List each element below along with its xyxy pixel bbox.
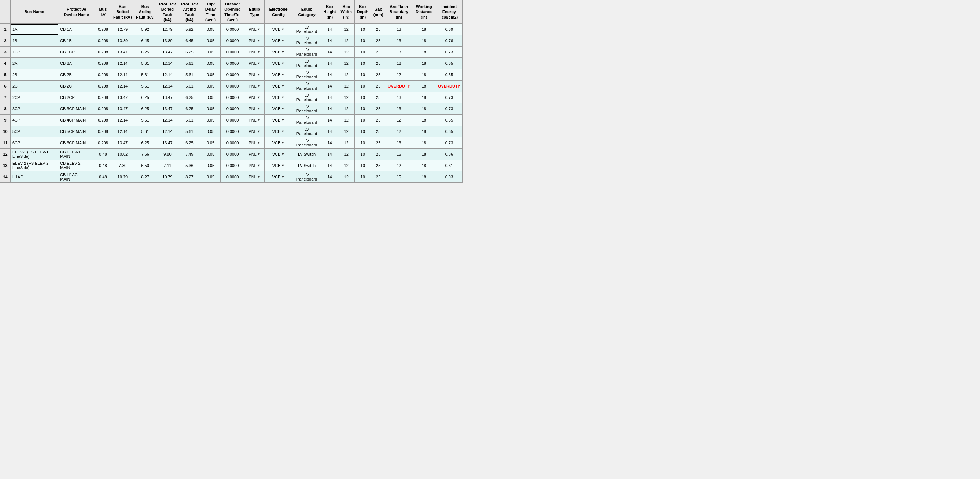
bus-arcing-cell[interactable]: 5.61 — [134, 69, 156, 81]
working-distance-cell[interactable]: 18 — [412, 69, 436, 81]
bus-kv-cell[interactable]: 0.208 — [95, 58, 111, 69]
bus-bolted-cell[interactable]: 10.79 — [111, 171, 134, 183]
box-depth-cell[interactable]: 10 — [355, 115, 371, 126]
gap-cell[interactable]: 25 — [371, 126, 385, 137]
equip-category-cell[interactable]: LVPanelboard — [292, 69, 321, 81]
electrode-config-dropdown-arrow[interactable]: ▼ — [281, 27, 285, 31]
electrode-config-dropdown-arrow[interactable]: ▼ — [281, 95, 285, 99]
equip-type-dropdown-arrow[interactable]: ▼ — [257, 62, 261, 65]
bus-arcing-cell[interactable]: 6.45 — [134, 35, 156, 46]
breaker-opening-cell[interactable]: 0.0000 — [221, 24, 245, 35]
table-row[interactable]: 11ACB 1A0.20812.795.9212.795.920.050.000… — [0, 24, 463, 35]
bus-kv-cell[interactable]: 0.208 — [95, 35, 111, 46]
box-depth-cell[interactable]: 10 — [355, 137, 371, 149]
electrode-config-dropdown-arrow[interactable]: ▼ — [281, 118, 285, 122]
box-depth-cell[interactable]: 10 — [355, 103, 371, 115]
prot-arcing-cell[interactable]: 6.25 — [178, 92, 200, 103]
prot-dev-cell[interactable]: CB 1B — [58, 35, 95, 46]
breaker-opening-cell[interactable]: 0.0000 — [221, 137, 245, 149]
working-distance-cell[interactable]: 18 — [412, 58, 436, 69]
arc-flash-boundary-cell[interactable]: 12 — [385, 160, 412, 171]
prot-bolted-cell[interactable]: 12.14 — [156, 126, 178, 137]
equip-type-cell[interactable]: PNL▼ — [245, 46, 265, 58]
box-width-cell[interactable]: 12 — [338, 103, 355, 115]
bus-bolted-cell[interactable]: 12.14 — [111, 81, 134, 92]
box-depth-cell[interactable]: 10 — [355, 58, 371, 69]
equip-category-cell[interactable]: LV Switch — [292, 160, 321, 171]
equip-type-dropdown-arrow[interactable]: ▼ — [257, 130, 261, 133]
prot-bolted-cell[interactable]: 13.47 — [156, 92, 178, 103]
box-height-cell[interactable]: 14 — [321, 46, 338, 58]
bus-kv-cell[interactable]: 0.208 — [95, 115, 111, 126]
equip-type-dropdown-arrow[interactable]: ▼ — [257, 152, 261, 156]
table-row[interactable]: 14H1ACCB H1ACMAIN0.4810.798.2710.798.270… — [0, 171, 463, 183]
bus-bolted-cell[interactable]: 13.47 — [111, 103, 134, 115]
prot-dev-cell[interactable]: CB ELEV-1MAIN — [58, 149, 95, 160]
bus-arcing-cell[interactable]: 5.61 — [134, 126, 156, 137]
gap-cell[interactable]: 25 — [371, 160, 385, 171]
electrode-config-cell[interactable]: VCB▼ — [265, 115, 292, 126]
breaker-opening-cell[interactable]: 0.0000 — [221, 92, 245, 103]
equip-type-dropdown-arrow[interactable]: ▼ — [257, 107, 261, 111]
breaker-opening-cell[interactable]: 0.0000 — [221, 126, 245, 137]
trip-delay-cell[interactable]: 0.05 — [200, 92, 221, 103]
electrode-config-dropdown-arrow[interactable]: ▼ — [281, 39, 285, 43]
breaker-opening-cell[interactable]: 0.0000 — [221, 103, 245, 115]
prot-arcing-cell[interactable]: 6.25 — [178, 137, 200, 149]
equip-type-cell[interactable]: PNL▼ — [245, 171, 265, 183]
table-row[interactable]: 31CPCB 1CP0.20813.476.2513.476.250.050.0… — [0, 46, 463, 58]
trip-delay-cell[interactable]: 0.05 — [200, 115, 221, 126]
bus-kv-cell[interactable]: 0.48 — [95, 171, 111, 183]
electrode-config-cell[interactable]: VCB▼ — [265, 137, 292, 149]
incident-energy-cell[interactable]: 0.65 — [436, 58, 462, 69]
bus-kv-cell[interactable]: 0.208 — [95, 103, 111, 115]
box-depth-cell[interactable]: 10 — [355, 149, 371, 160]
bus-name-cell[interactable]: ELEV-2 (FS ELEV-2LineSide) — [11, 160, 58, 171]
prot-bolted-cell[interactable]: 12.14 — [156, 58, 178, 69]
prot-arcing-cell[interactable]: 6.25 — [178, 103, 200, 115]
equip-type-dropdown-arrow[interactable]: ▼ — [257, 175, 261, 179]
prot-arcing-cell[interactable]: 5.61 — [178, 126, 200, 137]
equip-category-cell[interactable]: LVPanelboard — [292, 81, 321, 92]
bus-bolted-cell[interactable]: 12.14 — [111, 58, 134, 69]
box-depth-cell[interactable]: 10 — [355, 46, 371, 58]
trip-delay-cell[interactable]: 0.05 — [200, 103, 221, 115]
trip-delay-cell[interactable]: 0.05 — [200, 160, 221, 171]
table-row[interactable]: 94CPCB 4CP MAIN0.20812.145.6112.145.610.… — [0, 115, 463, 126]
equip-type-cell[interactable]: PNL▼ — [245, 160, 265, 171]
bus-name-cell[interactable]: 2C — [11, 81, 58, 92]
equip-category-cell[interactable]: LVPanelboard — [292, 46, 321, 58]
box-width-cell[interactable]: 12 — [338, 24, 355, 35]
breaker-opening-cell[interactable]: 0.0000 — [221, 149, 245, 160]
trip-delay-cell[interactable]: 0.05 — [200, 58, 221, 69]
bus-bolted-cell[interactable]: 7.30 — [111, 160, 134, 171]
incident-energy-cell[interactable]: 0.86 — [436, 149, 462, 160]
electrode-config-dropdown-arrow[interactable]: ▼ — [281, 164, 285, 167]
gap-cell[interactable]: 25 — [371, 46, 385, 58]
prot-arcing-cell[interactable]: 5.36 — [178, 160, 200, 171]
bus-name-cell[interactable]: 5CP — [11, 126, 58, 137]
equip-category-cell[interactable]: LVPanelboard — [292, 171, 321, 183]
trip-delay-cell[interactable]: 0.05 — [200, 46, 221, 58]
equip-type-cell[interactable]: PNL▼ — [245, 92, 265, 103]
bus-name-cell[interactable]: ELEV-1 (FS ELEV-1LineSide) — [11, 149, 58, 160]
equip-type-cell[interactable]: PNL▼ — [245, 115, 265, 126]
breaker-opening-cell[interactable]: 0.0000 — [221, 115, 245, 126]
bus-arcing-cell[interactable]: 5.61 — [134, 58, 156, 69]
prot-dev-cell[interactable]: CB 2A — [58, 58, 95, 69]
bus-name-cell[interactable]: 6CP — [11, 137, 58, 149]
electrode-config-cell[interactable]: VCB▼ — [265, 24, 292, 35]
incident-energy-cell[interactable]: 0.76 — [436, 35, 462, 46]
prot-arcing-cell[interactable]: 5.92 — [178, 24, 200, 35]
incident-energy-cell[interactable]: 0.65 — [436, 126, 462, 137]
equip-type-cell[interactable]: PNL▼ — [245, 81, 265, 92]
equip-category-cell[interactable]: LVPanelboard — [292, 115, 321, 126]
electrode-config-cell[interactable]: VCB▼ — [265, 103, 292, 115]
table-row[interactable]: 83CPCB 3CP MAIN0.20813.476.2513.476.250.… — [0, 103, 463, 115]
equip-category-cell[interactable]: LVPanelboard — [292, 137, 321, 149]
bus-kv-cell[interactable]: 0.208 — [95, 81, 111, 92]
trip-delay-cell[interactable]: 0.05 — [200, 171, 221, 183]
arc-flash-boundary-cell[interactable]: 13 — [385, 35, 412, 46]
box-width-cell[interactable]: 12 — [338, 137, 355, 149]
gap-cell[interactable]: 25 — [371, 92, 385, 103]
